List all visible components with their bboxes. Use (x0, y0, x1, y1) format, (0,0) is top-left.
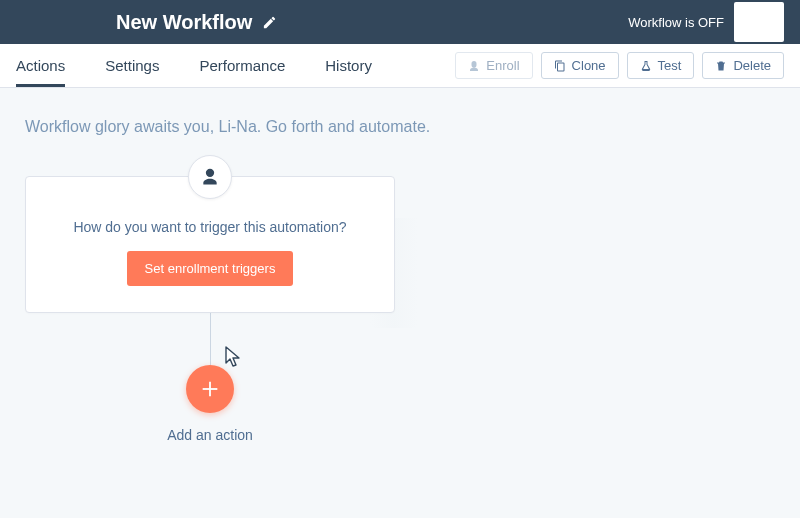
tab-label: Settings (105, 57, 159, 74)
trigger-card[interactable]: How do you want to trigger this automati… (25, 176, 395, 313)
test-button[interactable]: Test (627, 52, 695, 79)
connector-line (210, 313, 211, 365)
test-icon (640, 60, 652, 72)
tab-settings[interactable]: Settings (105, 44, 159, 87)
topbar-left: New Workflow (116, 11, 277, 34)
button-label: Clone (572, 59, 606, 72)
toolbar-buttons: Enroll Clone Test Delete (455, 44, 784, 87)
enroll-button[interactable]: Enroll (455, 52, 532, 79)
workflow-canvas: Workflow glory awaits you, Li-Na. Go for… (0, 88, 800, 518)
edit-title-icon[interactable] (262, 15, 277, 30)
tab-history[interactable]: History (325, 44, 372, 87)
trigger-question: How do you want to trigger this automati… (50, 219, 370, 235)
tab-bar: Actions Settings Performance History Enr… (0, 44, 800, 88)
button-label: Test (658, 59, 682, 72)
trigger-area: How do you want to trigger this automati… (25, 176, 395, 443)
tab-performance[interactable]: Performance (199, 44, 285, 87)
button-label: Delete (733, 59, 771, 72)
delete-button[interactable]: Delete (702, 52, 784, 79)
add-action-label: Add an action (25, 427, 395, 443)
workflow-status-label: Workflow is OFF (628, 15, 724, 30)
tab-label: Performance (199, 57, 285, 74)
tab-label: Actions (16, 57, 65, 74)
tab-label: History (325, 57, 372, 74)
button-label: Enroll (486, 59, 519, 72)
tabs: Actions Settings Performance History (16, 44, 372, 87)
set-enrollment-triggers-button[interactable]: Set enrollment triggers (127, 251, 294, 286)
button-label: Set enrollment triggers (145, 261, 276, 276)
clone-icon (554, 60, 566, 72)
enroll-icon (468, 60, 480, 72)
workflow-toggle[interactable] (734, 2, 784, 42)
person-icon (188, 155, 232, 199)
add-action-button[interactable] (186, 365, 234, 413)
topbar-right: Workflow is OFF (628, 2, 784, 42)
tab-actions[interactable]: Actions (16, 44, 65, 87)
top-bar: New Workflow Workflow is OFF (0, 0, 800, 44)
workflow-title: New Workflow (116, 11, 252, 34)
delete-icon (715, 60, 727, 72)
intro-text: Workflow glory awaits you, Li-Na. Go for… (25, 118, 750, 136)
clone-button[interactable]: Clone (541, 52, 619, 79)
